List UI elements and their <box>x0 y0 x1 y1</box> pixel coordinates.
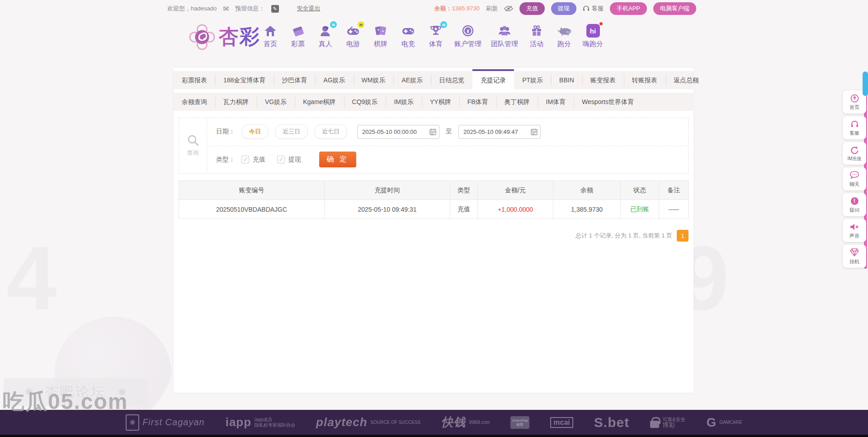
search-label-cell: 查询 <box>179 118 207 173</box>
tab-wali[interactable]: 瓦力棋牌 <box>215 93 257 111</box>
sidebar-item-service[interactable]: 客服 <box>843 116 866 139</box>
nav-item-team[interactable]: 团队管理 <box>491 24 518 48</box>
team-icon <box>497 24 512 38</box>
date-from-input[interactable] <box>357 125 439 139</box>
cell-type: 充值 <box>450 200 478 219</box>
yuan-coin-icon: ¥ <box>460 24 476 38</box>
sidebar-item-sound[interactable]: 声音 <box>843 219 866 242</box>
mail-icon[interactable]: ✉ <box>223 5 229 13</box>
col-header-time: 充提时间 <box>325 181 450 200</box>
gamcare-logo: G GAMCARE <box>707 415 742 430</box>
exclamation-icon: ! <box>851 196 859 205</box>
tab-im-yule[interactable]: IM娱乐 <box>386 93 422 111</box>
unionpay-logo: UnionPay银联 <box>510 416 529 429</box>
balance-value: 1385.9730 <box>452 5 480 12</box>
padlock-icon <box>650 421 659 428</box>
cell-amount: +1,000.0000 <box>478 200 553 219</box>
arrow-up-circle-icon <box>850 94 859 103</box>
withdraw-button[interactable]: 提现 <box>551 2 576 15</box>
tab-zhuanzhang[interactable]: 转账报表 <box>624 71 665 89</box>
tab-caipiao-baobiao[interactable]: 彩票报表 <box>174 71 215 89</box>
nav-item-paofen[interactable]: RUN 跑分 <box>555 24 573 48</box>
records-table: 账变编号 充提时间 类型 金额/元 余额 状态 备注 20250510VBDAB… <box>179 180 689 219</box>
nav-item-lottery[interactable]: 彩票 <box>289 24 307 48</box>
tab-wm[interactable]: WM娱乐 <box>354 71 394 89</box>
refresh-link[interactable]: 刷新 <box>486 5 498 13</box>
nav-item-live[interactable]: N 真人 <box>316 24 335 48</box>
cards-icon <box>373 24 388 38</box>
tab-cq9[interactable]: CQ9娱乐 <box>344 93 386 111</box>
sidebar-item-question[interactable]: ! 疑问 <box>843 193 866 216</box>
live-person-icon: N <box>318 24 333 38</box>
headset-icon <box>850 119 859 128</box>
nav-item-account[interactable]: ¥ 账户管理 <box>454 24 481 48</box>
tab-fandian[interactable]: 返点总额 <box>665 71 707 89</box>
nav-item-esports[interactable]: 电竞 <box>399 24 417 48</box>
quick-today-button[interactable]: 今日 <box>241 124 269 139</box>
quick-7days-button[interactable]: 近七日 <box>314 124 347 139</box>
tab-ae[interactable]: AE娱乐 <box>393 71 431 89</box>
table-row: 20250510VBDABDAJGC 2025-05-10 09:49:31 充… <box>179 200 689 219</box>
mobile-app-button[interactable]: 手机APP <box>610 2 647 15</box>
tab-bbin[interactable]: BBIN <box>551 71 582 89</box>
tab-ag[interactable]: AG娱乐 <box>315 71 353 89</box>
pagination: 总计 1 个记录, 分为 1 页, 当前第 1 页 1 <box>576 230 689 242</box>
logout-link[interactable]: 安全退出 <box>297 5 321 13</box>
nav-item-sports[interactable]: N 体育 <box>427 24 445 48</box>
brand-logo[interactable]: 杏彩 <box>189 24 260 50</box>
tab-yy[interactable]: YY棋牌 <box>422 93 459 111</box>
tab-fb[interactable]: FB体育 <box>459 93 496 111</box>
sidebar-item-idle[interactable]: 挂机 <box>843 245 866 268</box>
tab-aoding[interactable]: 奥丁棋牌 <box>496 93 538 111</box>
eye-slash-icon[interactable] <box>504 5 513 12</box>
tab-rijie[interactable]: 日结总览 <box>431 71 472 89</box>
sbet-logo: S.bet <box>594 415 629 430</box>
tab-im-tiyu[interactable]: IM体育 <box>538 93 574 111</box>
site-watermark: 吃瓜05.com <box>3 387 128 416</box>
tab-pt[interactable]: PT娱乐 <box>514 71 551 89</box>
nav-item-slots[interactable]: H 电游 <box>344 24 362 48</box>
deposit-button[interactable]: 充值 <box>519 2 545 15</box>
to-label: 至 <box>446 128 452 136</box>
pc-client-button[interactable]: 电脑客户端 <box>653 2 696 15</box>
home-icon <box>263 24 278 38</box>
scrollbar-thumb[interactable] <box>863 71 868 96</box>
sidebar-item-im-recharge[interactable]: IM充值 <box>843 142 866 165</box>
topbar: 欢迎您，hadesado ✉ 预留信息： ✎ 安全退出 余额：1385.9730… <box>0 0 868 17</box>
confirm-button[interactable]: 确 定 <box>319 152 356 167</box>
cell-balance: 1,385.9730 <box>553 200 621 219</box>
cell-remark: ----- <box>659 200 689 219</box>
quick-3days-button[interactable]: 近三日 <box>275 124 308 139</box>
page-1-button[interactable]: 1 <box>677 230 689 242</box>
badge-h: H <box>358 21 364 28</box>
type-filter-row: 类型： 充值 提现 确 定 <box>207 146 688 174</box>
tab-shaba-sport[interactable]: 沙巴体育 <box>274 71 315 89</box>
tab-yue-chaxun[interactable]: 余额查询 <box>174 93 215 111</box>
nav-item-boardgames[interactable]: 棋牌 <box>372 24 390 48</box>
edit-icon[interactable]: ✎ <box>271 5 279 13</box>
sidebar-item-chat[interactable]: 聊天 <box>843 167 866 190</box>
gem-icon <box>850 248 859 257</box>
search-icon <box>187 134 199 146</box>
nav-item-hi-paofen[interactable]: hi 嗨跑分 <box>583 24 603 48</box>
nav-item-promotions[interactable]: 活动 <box>528 24 546 48</box>
chat-bubble-icon <box>850 171 859 180</box>
nav-item-home[interactable]: 首页 <box>261 24 279 48</box>
tab-chongti-jilu[interactable]: 充提记录 <box>472 71 514 89</box>
date-to-input[interactable] <box>458 125 541 139</box>
tab-vg[interactable]: VG娱乐 <box>257 93 295 111</box>
deposit-checkbox[interactable] <box>241 156 249 163</box>
hi-icon: hi <box>585 24 601 38</box>
tab-wesports[interactable]: Wesports世界体育 <box>574 93 642 111</box>
flower-logo-icon <box>189 24 215 50</box>
tab-zhangbian[interactable]: 账变报表 <box>582 71 624 89</box>
customer-service-link[interactable]: 客服 <box>583 5 604 13</box>
col-header-balance: 余额 <box>553 181 621 200</box>
tab-188-sport[interactable]: 188金宝博体育 <box>215 71 274 89</box>
tab-kgame[interactable]: Kgame棋牌 <box>295 93 344 111</box>
col-header-id: 账变编号 <box>179 181 325 200</box>
withdraw-checkbox[interactable] <box>277 156 285 163</box>
col-header-type: 类型 <box>450 181 478 200</box>
deposit-checkbox-label: 充值 <box>253 156 265 164</box>
brand-name: 杏彩 <box>219 24 260 50</box>
